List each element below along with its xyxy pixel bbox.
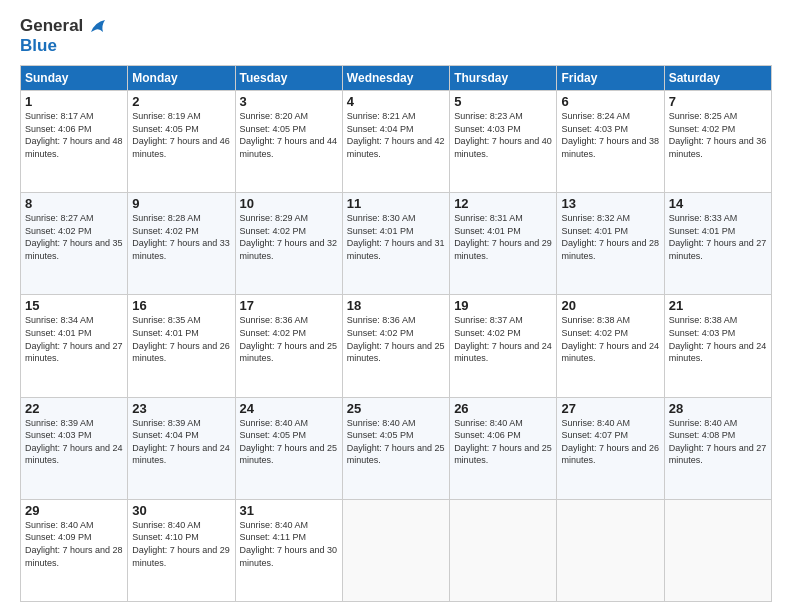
day-number: 19 (454, 298, 552, 313)
sunset-label: Sunset: 4:11 PM (240, 532, 307, 542)
day-info: Sunrise: 8:30 AM Sunset: 4:01 PM Dayligh… (347, 212, 445, 262)
sunrise-label: Sunrise: 8:40 AM (240, 418, 309, 428)
sunrise-label: Sunrise: 8:40 AM (561, 418, 630, 428)
day-info: Sunrise: 8:40 AM Sunset: 4:07 PM Dayligh… (561, 417, 659, 467)
calendar-cell: 22 Sunrise: 8:39 AM Sunset: 4:03 PM Dayl… (21, 397, 128, 499)
sunset-label: Sunset: 4:01 PM (454, 226, 521, 236)
sunrise-label: Sunrise: 8:40 AM (669, 418, 738, 428)
sunset-label: Sunset: 4:08 PM (669, 430, 736, 440)
daylight-label: Daylight: 7 hours and 40 minutes. (454, 136, 552, 159)
daylight-label: Daylight: 7 hours and 26 minutes. (561, 443, 659, 466)
sunset-label: Sunset: 4:07 PM (561, 430, 628, 440)
sunrise-label: Sunrise: 8:28 AM (132, 213, 201, 223)
sunrise-label: Sunrise: 8:24 AM (561, 111, 630, 121)
day-number: 4 (347, 94, 445, 109)
day-info: Sunrise: 8:25 AM Sunset: 4:02 PM Dayligh… (669, 110, 767, 160)
calendar-cell: 5 Sunrise: 8:23 AM Sunset: 4:03 PM Dayli… (450, 91, 557, 193)
sunset-label: Sunset: 4:01 PM (25, 328, 92, 338)
sunrise-label: Sunrise: 8:20 AM (240, 111, 309, 121)
day-info: Sunrise: 8:23 AM Sunset: 4:03 PM Dayligh… (454, 110, 552, 160)
sunset-label: Sunset: 4:05 PM (240, 430, 307, 440)
daylight-label: Daylight: 7 hours and 24 minutes. (25, 443, 123, 466)
calendar-cell: 19 Sunrise: 8:37 AM Sunset: 4:02 PM Dayl… (450, 295, 557, 397)
day-number: 2 (132, 94, 230, 109)
calendar-cell: 27 Sunrise: 8:40 AM Sunset: 4:07 PM Dayl… (557, 397, 664, 499)
day-number: 12 (454, 196, 552, 211)
day-number: 25 (347, 401, 445, 416)
weekday-header-sunday: Sunday (21, 66, 128, 91)
weekday-header-thursday: Thursday (450, 66, 557, 91)
sunrise-label: Sunrise: 8:40 AM (25, 520, 94, 530)
sunrise-label: Sunrise: 8:37 AM (454, 315, 523, 325)
day-info: Sunrise: 8:34 AM Sunset: 4:01 PM Dayligh… (25, 314, 123, 364)
daylight-label: Daylight: 7 hours and 25 minutes. (240, 443, 338, 466)
calendar-cell: 25 Sunrise: 8:40 AM Sunset: 4:05 PM Dayl… (342, 397, 449, 499)
sunset-label: Sunset: 4:02 PM (25, 226, 92, 236)
header: General Blue (20, 16, 772, 55)
daylight-label: Daylight: 7 hours and 33 minutes. (132, 238, 230, 261)
calendar-cell: 23 Sunrise: 8:39 AM Sunset: 4:04 PM Dayl… (128, 397, 235, 499)
daylight-label: Daylight: 7 hours and 24 minutes. (561, 341, 659, 364)
day-info: Sunrise: 8:38 AM Sunset: 4:02 PM Dayligh… (561, 314, 659, 364)
daylight-label: Daylight: 7 hours and 24 minutes. (454, 341, 552, 364)
sunset-label: Sunset: 4:05 PM (240, 124, 307, 134)
sunset-label: Sunset: 4:02 PM (669, 124, 736, 134)
day-number: 29 (25, 503, 123, 518)
calendar-cell: 8 Sunrise: 8:27 AM Sunset: 4:02 PM Dayli… (21, 193, 128, 295)
day-info: Sunrise: 8:40 AM Sunset: 4:08 PM Dayligh… (669, 417, 767, 467)
day-info: Sunrise: 8:31 AM Sunset: 4:01 PM Dayligh… (454, 212, 552, 262)
day-number: 16 (132, 298, 230, 313)
day-info: Sunrise: 8:24 AM Sunset: 4:03 PM Dayligh… (561, 110, 659, 160)
sunrise-label: Sunrise: 8:38 AM (561, 315, 630, 325)
daylight-label: Daylight: 7 hours and 28 minutes. (25, 545, 123, 568)
sunset-label: Sunset: 4:05 PM (347, 430, 414, 440)
day-info: Sunrise: 8:20 AM Sunset: 4:05 PM Dayligh… (240, 110, 338, 160)
day-number: 13 (561, 196, 659, 211)
weekday-header-friday: Friday (557, 66, 664, 91)
calendar-cell: 1 Sunrise: 8:17 AM Sunset: 4:06 PM Dayli… (21, 91, 128, 193)
page: General Blue SundayMondayTuesdayWednesda… (0, 0, 792, 612)
sunset-label: Sunset: 4:02 PM (454, 328, 521, 338)
day-number: 22 (25, 401, 123, 416)
day-number: 17 (240, 298, 338, 313)
daylight-label: Daylight: 7 hours and 44 minutes. (240, 136, 338, 159)
sunset-label: Sunset: 4:01 PM (669, 226, 736, 236)
day-info: Sunrise: 8:40 AM Sunset: 4:09 PM Dayligh… (25, 519, 123, 569)
calendar-cell: 2 Sunrise: 8:19 AM Sunset: 4:05 PM Dayli… (128, 91, 235, 193)
daylight-label: Daylight: 7 hours and 29 minutes. (132, 545, 230, 568)
day-info: Sunrise: 8:27 AM Sunset: 4:02 PM Dayligh… (25, 212, 123, 262)
logo-general: General (20, 16, 107, 36)
sunset-label: Sunset: 4:02 PM (561, 328, 628, 338)
day-number: 20 (561, 298, 659, 313)
sunrise-label: Sunrise: 8:38 AM (669, 315, 738, 325)
sunrise-label: Sunrise: 8:40 AM (347, 418, 416, 428)
day-number: 18 (347, 298, 445, 313)
day-number: 31 (240, 503, 338, 518)
sunset-label: Sunset: 4:01 PM (132, 328, 199, 338)
sunrise-label: Sunrise: 8:40 AM (132, 520, 201, 530)
sunrise-label: Sunrise: 8:36 AM (347, 315, 416, 325)
day-number: 21 (669, 298, 767, 313)
sunrise-label: Sunrise: 8:19 AM (132, 111, 201, 121)
day-number: 8 (25, 196, 123, 211)
sunset-label: Sunset: 4:06 PM (25, 124, 92, 134)
day-info: Sunrise: 8:40 AM Sunset: 4:06 PM Dayligh… (454, 417, 552, 467)
sunrise-label: Sunrise: 8:32 AM (561, 213, 630, 223)
day-info: Sunrise: 8:36 AM Sunset: 4:02 PM Dayligh… (347, 314, 445, 364)
daylight-label: Daylight: 7 hours and 27 minutes. (25, 341, 123, 364)
daylight-label: Daylight: 7 hours and 35 minutes. (25, 238, 123, 261)
day-info: Sunrise: 8:29 AM Sunset: 4:02 PM Dayligh… (240, 212, 338, 262)
daylight-label: Daylight: 7 hours and 36 minutes. (669, 136, 767, 159)
sunrise-label: Sunrise: 8:36 AM (240, 315, 309, 325)
daylight-label: Daylight: 7 hours and 29 minutes. (454, 238, 552, 261)
calendar-cell (342, 499, 449, 601)
daylight-label: Daylight: 7 hours and 25 minutes. (454, 443, 552, 466)
weekday-header-monday: Monday (128, 66, 235, 91)
day-number: 24 (240, 401, 338, 416)
day-number: 6 (561, 94, 659, 109)
sunrise-label: Sunrise: 8:39 AM (25, 418, 94, 428)
daylight-label: Daylight: 7 hours and 28 minutes. (561, 238, 659, 261)
day-number: 10 (240, 196, 338, 211)
day-number: 14 (669, 196, 767, 211)
daylight-label: Daylight: 7 hours and 46 minutes. (132, 136, 230, 159)
